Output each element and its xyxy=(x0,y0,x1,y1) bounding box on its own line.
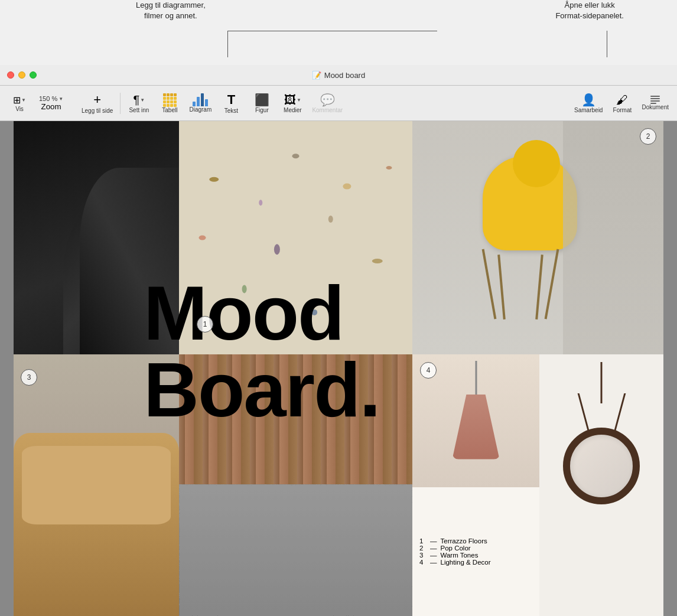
vis-icon: ⊞ xyxy=(13,94,21,106)
comment-button[interactable]: 💬 Kommentar xyxy=(308,88,346,119)
window-title: 📝 Mood board xyxy=(312,71,365,80)
legend-item-2: 2 — Pop Color xyxy=(419,545,532,552)
vis-label: Vis xyxy=(15,106,24,112)
text-label: Tekst xyxy=(224,107,238,114)
format-label: Format xyxy=(613,107,632,113)
image-wood xyxy=(179,354,412,484)
chart-label: Diagram xyxy=(189,106,211,113)
svg-point-3 xyxy=(343,184,351,190)
legend-item-3: 3 — Warm Tones xyxy=(419,552,532,559)
shape-icon: ⬛ xyxy=(255,93,269,107)
tooltip-area: Legg til diagrammer, filmer og annet. Åp… xyxy=(0,0,677,65)
collab-button[interactable]: 👤 Samarbeid xyxy=(571,88,606,119)
document-icon xyxy=(650,96,660,104)
media-chevron-icon: ▼ xyxy=(297,97,301,103)
window-controls xyxy=(7,71,37,79)
toolbar-divider-1 xyxy=(120,93,121,114)
image-fur xyxy=(179,484,412,616)
vis-button[interactable]: ⊞ ▼ Vis xyxy=(5,88,34,119)
add-page-icon: + xyxy=(93,92,101,107)
document-button[interactable]: Dokument xyxy=(638,88,672,119)
zoom-value: 150 % xyxy=(39,95,57,102)
svg-point-4 xyxy=(242,285,247,293)
add-page-label: Legg til side xyxy=(82,107,113,114)
table-button[interactable]: Tabell xyxy=(155,88,184,119)
svg-point-6 xyxy=(311,309,317,315)
chart-icon xyxy=(193,93,208,106)
svg-point-5 xyxy=(372,259,383,263)
svg-point-9 xyxy=(259,200,262,206)
insert-chevron-icon: ▼ xyxy=(140,97,145,103)
title-icon: 📝 xyxy=(312,71,321,80)
collab-label: Samarbeid xyxy=(574,107,603,113)
svg-point-7 xyxy=(199,236,206,240)
shape-label: Figur xyxy=(255,107,269,113)
tooltip-bracket-horiz xyxy=(227,31,437,31)
zoom-label: Zoom xyxy=(41,102,61,111)
tooltip-bracket-right-v xyxy=(607,31,607,57)
comment-icon: 💬 xyxy=(320,93,335,107)
svg-point-2 xyxy=(274,244,280,255)
svg-rect-12 xyxy=(179,484,412,616)
image-mirror xyxy=(539,354,663,616)
page-number-1: 1 xyxy=(197,316,213,333)
page-number-2: 2 xyxy=(640,128,656,145)
table-icon xyxy=(163,93,177,107)
insert-icon: ¶ xyxy=(134,93,140,107)
add-page-button[interactable]: + Legg til side xyxy=(78,88,116,119)
svg-point-8 xyxy=(328,216,333,223)
legend-item-4: 4 — Lighting & Decor xyxy=(419,559,532,566)
fur-texture-svg xyxy=(179,484,412,616)
tooltip-bracket-left-v xyxy=(227,31,228,57)
vis-chevron-icon: ▼ xyxy=(21,97,26,103)
image-terrazzo xyxy=(179,121,412,354)
svg-point-10 xyxy=(386,166,392,170)
maximize-button[interactable] xyxy=(30,71,37,79)
chart-button[interactable]: Diagram xyxy=(185,88,215,119)
page-number-3: 3 xyxy=(21,369,37,386)
image-yellow-chair xyxy=(412,121,663,354)
tooltip-right: Åpne eller lukk Format-sidepanelet. xyxy=(555,0,624,21)
minimize-button[interactable] xyxy=(18,71,25,79)
svg-point-1 xyxy=(209,177,219,182)
media-button[interactable]: 🖼 ▼ Medier xyxy=(278,88,307,119)
shape-button[interactable]: ⬛ Figur xyxy=(247,88,276,119)
format-icon: 🖌 xyxy=(616,93,628,107)
comment-label: Kommentar xyxy=(312,107,343,113)
legend-area: 1 — Terrazzo Floors 2 — Pop Color 3 — Wa… xyxy=(412,487,539,616)
page-number-4: 4 xyxy=(420,362,437,379)
page: 1 — Terrazzo Floors 2 — Pop Color 3 — Wa… xyxy=(14,121,663,616)
text-icon: T xyxy=(227,92,235,107)
canvas: 1 — Terrazzo Floors 2 — Pop Color 3 — Wa… xyxy=(0,121,677,616)
insert-button[interactable]: ¶ ▼ Sett inn xyxy=(124,88,154,119)
toolbar: ⊞ ▼ Vis 150 % ▼ Zoom + Legg til side ¶ ▼… xyxy=(0,86,677,121)
zoom-chevron-icon: ▼ xyxy=(58,96,63,102)
format-button[interactable]: 🖌 Format xyxy=(607,88,637,119)
media-label: Medier xyxy=(284,107,302,113)
terrazzo-svg xyxy=(179,121,412,354)
tooltip-left: Legg til diagrammer, filmer og annet. xyxy=(136,0,206,21)
grid-container: 1 — Terrazzo Floors 2 — Pop Color 3 — Wa… xyxy=(14,121,663,616)
svg-point-11 xyxy=(292,154,300,158)
table-label: Tabell xyxy=(162,107,177,113)
media-icon: 🖼 xyxy=(284,93,296,107)
legend-content: 1 — Terrazzo Floors 2 — Pop Color 3 — Wa… xyxy=(412,487,539,616)
document-label: Dokument xyxy=(642,104,669,110)
titlebar: 📝 Mood board xyxy=(0,65,677,86)
image-chair-dark xyxy=(14,121,179,354)
insert-label: Sett inn xyxy=(129,107,149,113)
legend-item-1: 1 — Terrazzo Floors xyxy=(419,537,532,545)
text-button[interactable]: T Tekst xyxy=(216,88,246,119)
image-sofa xyxy=(14,354,179,616)
collab-icon: 👤 xyxy=(581,93,596,107)
close-button[interactable] xyxy=(7,71,14,79)
zoom-button[interactable]: 150 % ▼ Zoom xyxy=(35,88,77,119)
